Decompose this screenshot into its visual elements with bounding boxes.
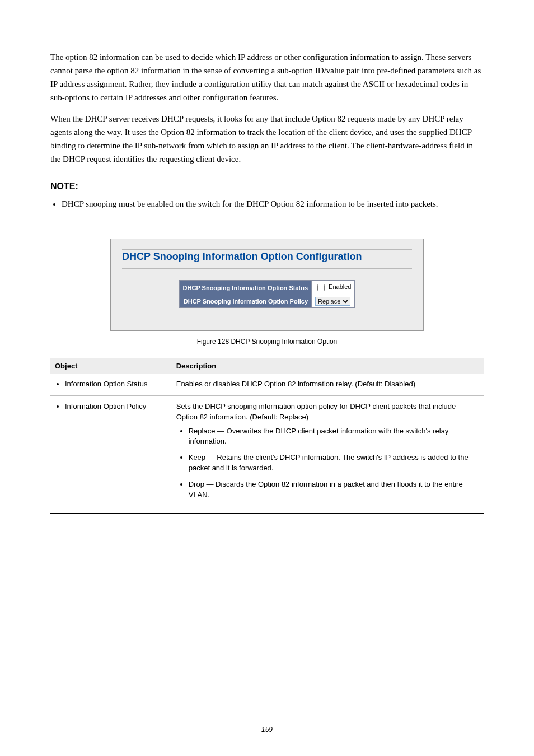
param-row2-obj: Information Option Policy — [50, 395, 172, 512]
param-row2-obj-item: Information Option Policy — [65, 402, 167, 412]
intro-paragraph-2: When the DHCP server receives DHCP reque… — [50, 112, 484, 166]
param-row2-bullet-keep: Keep — Retains the client's DHCP informa… — [189, 452, 479, 474]
param-row2-desc: Sets the DHCP snooping information optio… — [172, 395, 484, 512]
cfg-row-policy-value: Replace Keep Drop — [312, 295, 355, 308]
param-row1-obj-item: Information Option Status — [65, 379, 167, 390]
figure-panel: DHCP Snooping Information Option Configu… — [110, 239, 424, 331]
enabled-checkbox-label: Enabled — [329, 283, 351, 290]
figure-caption: Figure 128 DHCP Snooping Information Opt… — [110, 338, 424, 346]
figure: DHCP Snooping Information Option Configu… — [110, 239, 424, 346]
config-table: DHCP Snooping Information Option Status … — [179, 280, 355, 308]
cfg-row-policy-label: DHCP Snooping Information Option Policy — [179, 295, 311, 308]
cfg-row-status-label: DHCP Snooping Information Option Status — [179, 281, 311, 295]
intro-paragraph-1: The option 82 information can be used to… — [50, 50, 484, 104]
param-row2-bullets: Replace — Overwrites the DHCP client pac… — [176, 426, 479, 501]
param-header-object: Object — [50, 358, 172, 374]
param-row2-bullet-replace: Replace — Overwrites the DHCP client pac… — [189, 426, 479, 447]
note-heading: NOTE: — [50, 181, 484, 192]
policy-select[interactable]: Replace Keep Drop — [315, 297, 350, 306]
param-header-description: Description — [172, 358, 484, 374]
param-row1-obj: Information Option Status — [50, 374, 172, 395]
param-row1-desc: Enables or disables DHCP Option 82 infor… — [172, 374, 484, 395]
param-table: Object Description Information Option St… — [50, 357, 484, 514]
page-number: 159 — [0, 726, 534, 734]
param-row2-desc-intro: Sets the DHCP snooping information optio… — [176, 402, 456, 421]
enabled-checkbox[interactable] — [317, 284, 325, 291]
figure-title: DHCP Snooping Information Option Configu… — [122, 249, 412, 269]
param-row2-bullet-drop: Drop — Discards the Option 82 informatio… — [189, 479, 479, 501]
page: The option 82 information can be used to… — [0, 0, 534, 756]
note-list: DHCP snooping must be enabled on the swi… — [62, 197, 484, 211]
note-bullet: DHCP snooping must be enabled on the swi… — [62, 197, 484, 211]
cfg-row-status-value: Enabled — [312, 281, 355, 295]
